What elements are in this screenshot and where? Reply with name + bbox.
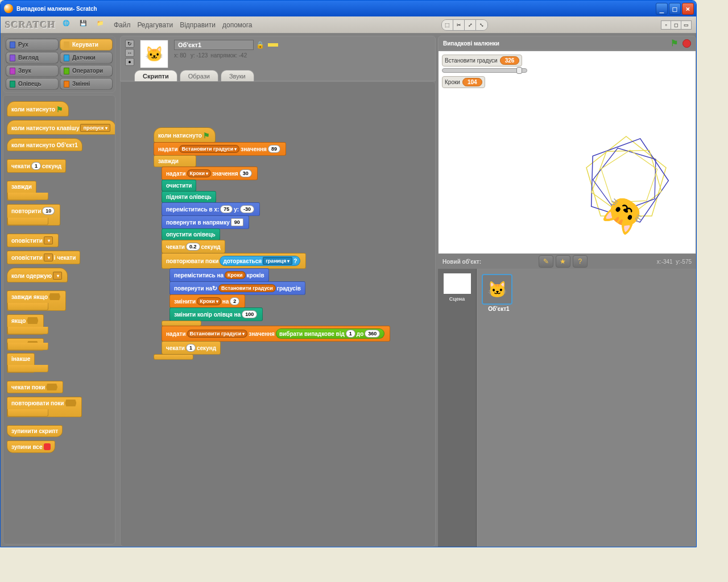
- tab-costumes[interactable]: Образи: [180, 70, 218, 81]
- category-pen[interactable]: Олівець: [6, 78, 59, 90]
- sprite-name-input[interactable]: [174, 40, 254, 50]
- toolbar: SCRATCH 🌐 💾 📁 Файл Редагувати Відправити…: [1, 16, 696, 34]
- block-wait-until[interactable]: чекати поки: [7, 381, 63, 393]
- lock-icon[interactable]: 🔒: [256, 41, 264, 49]
- sprite-list-item[interactable]: 🐱 Об'єкт1: [482, 274, 516, 312]
- category-sound[interactable]: Звук: [6, 65, 59, 77]
- category-operators[interactable]: Оператори: [60, 65, 113, 77]
- script-wait-1[interactable]: чекати1секунд: [162, 341, 221, 355]
- block-wait[interactable]: чекати1секунд: [7, 159, 66, 173]
- script-change-pen[interactable]: змінити колір олівця на100: [169, 307, 263, 321]
- script-move[interactable]: переміститись наКрокикроків: [169, 268, 269, 282]
- script-clear[interactable]: очистити: [162, 180, 196, 192]
- project-title: Випадкові малюнки: [443, 40, 499, 47]
- variable-slider-degrees[interactable]: [442, 68, 527, 73]
- script-when-flag[interactable]: коли натиснуто⚑: [154, 127, 216, 143]
- rotate-free-icon[interactable]: ↻: [125, 40, 134, 48]
- stage-thumbnail[interactable]: Сцена: [438, 269, 477, 547]
- maximize-button[interactable]: □: [669, 3, 681, 15]
- block-broadcast-wait[interactable]: оповістити і чекати: [7, 251, 80, 264]
- surprise-sprite-icon[interactable]: ?: [573, 255, 588, 268]
- script-set-steps[interactable]: надатиКрокизначення30: [162, 167, 258, 180]
- titlebar[interactable]: Випадкові малюнки- Scratch _ □ ×: [1, 1, 696, 16]
- block-if-else[interactable]: якщо: [7, 338, 44, 351]
- category-motion[interactable]: Рух: [6, 39, 59, 51]
- category-control[interactable]: Керувати: [60, 39, 113, 51]
- menu-share[interactable]: Відправити: [180, 21, 216, 29]
- window-title: Випадкові малюнки- Scratch: [16, 6, 97, 12]
- sprite-header: ↻ ↔ ● 🐱 🔒 x: 80 у: -123 напрямок: -42: [120, 36, 436, 81]
- save-icon[interactable]: 💾: [80, 20, 90, 30]
- script-penup[interactable]: підняти олівець: [162, 191, 216, 203]
- category-sensing[interactable]: Датчики: [60, 52, 113, 64]
- block-when-flag[interactable]: коли натиснуто⚑: [7, 101, 69, 117]
- sprite-position-info: x: 80 у: -123 напрямок: -42: [174, 52, 278, 59]
- script-turn[interactable]: повернути на↻Встановити градусиградусів: [169, 281, 305, 295]
- block-when-receive[interactable]: коли одержую: [7, 268, 68, 282]
- block-if[interactable]: якщо: [7, 314, 44, 335]
- script-goto[interactable]: переміститись в x:75у:-30: [162, 202, 260, 216]
- app-window: Випадкові малюнки- Scratch _ □ × SCRATCH…: [0, 0, 697, 547]
- sprite-thumbnail[interactable]: 🐱: [140, 40, 168, 68]
- view-mode-buttons: ▫ ◻ ▭: [661, 20, 692, 30]
- block-repeat[interactable]: повторити10: [7, 204, 60, 226]
- tool-buttons: ⬚ ✂ ⤢ ⤡: [441, 19, 488, 31]
- menu-help[interactable]: допомога: [222, 21, 253, 29]
- variable-monitor-steps[interactable]: Кроки104: [442, 76, 485, 88]
- shrink-icon[interactable]: ⤡: [476, 20, 487, 30]
- block-stop-script[interactable]: зупинити скрипт: [7, 425, 63, 437]
- cut-icon[interactable]: ✂: [453, 20, 465, 30]
- variable-monitor-degrees[interactable]: Встановити градуси326: [442, 55, 522, 66]
- block-when-key[interactable]: коли натиснуто клавішупропуск: [7, 120, 115, 135]
- script-area[interactable]: коли натиснуто⚑ надатиВстановити градуси…: [120, 81, 436, 547]
- menu-edit[interactable]: Редагувати: [137, 21, 173, 29]
- choose-sprite-icon[interactable]: ★: [556, 255, 570, 268]
- close-button[interactable]: ×: [682, 3, 694, 15]
- script-point[interactable]: повернути в напрямку90: [162, 215, 249, 229]
- script-forever-end[interactable]: [154, 354, 193, 360]
- stage-header: Випадкові малюнки ⚑: [438, 36, 696, 51]
- category-variables[interactable]: Змінні: [60, 78, 113, 90]
- script-set-degrees[interactable]: надатиВстановити градусизначення89: [154, 142, 286, 156]
- view-present-icon[interactable]: ▭: [681, 20, 692, 30]
- app-icon: [4, 4, 13, 13]
- green-flag-button[interactable]: ⚑: [671, 38, 678, 48]
- category-selector: Рух Керувати Вигляд Датчики Звук Операто…: [3, 36, 115, 93]
- script-forever[interactable]: завжди: [154, 155, 196, 167]
- script-set-random[interactable]: надатиВстановити градусизначення вибрати…: [162, 326, 390, 342]
- drag-indicator: [268, 43, 278, 47]
- block-forever-if[interactable]: завжди якщо: [7, 290, 66, 311]
- minimize-button[interactable]: _: [656, 3, 668, 15]
- tab-scripts[interactable]: Скрипти: [134, 70, 177, 81]
- paint-sprite-icon[interactable]: ✎: [539, 255, 553, 268]
- language-icon[interactable]: 🌐: [63, 20, 73, 30]
- rotate-none-icon[interactable]: ●: [125, 58, 134, 66]
- block-repeat-until[interactable]: повторювати поки: [7, 397, 82, 417]
- view-small-icon[interactable]: ▫: [661, 20, 671, 30]
- logo: SCRATCH: [5, 19, 56, 31]
- block-when-sprite[interactable]: коли натиснуто Об'єкт1: [7, 138, 82, 151]
- script-repeat-until[interactable]: повторювати поки доторкаєтьсяграниця?: [162, 253, 306, 269]
- menu-file[interactable]: Файл: [114, 21, 131, 29]
- stage[interactable]: Встановити градуси326 Кроки104 🐱: [438, 51, 696, 254]
- new-sprite-label: Новий об'єкт:: [442, 259, 481, 265]
- stop-button[interactable]: [682, 39, 691, 48]
- script-pendown[interactable]: опустити олівець: [162, 228, 220, 240]
- tab-sounds[interactable]: Звуки: [221, 70, 254, 81]
- block-else[interactable]: інакше: [7, 353, 35, 373]
- stage-info-bar: Новий об'єкт: ✎ ★ ? x:-341 y:-575: [438, 254, 696, 269]
- block-palette: коли натиснуто⚑ коли натиснуто клавішупр…: [3, 95, 115, 544]
- block-stop-all[interactable]: зупини все: [7, 440, 55, 453]
- open-icon[interactable]: 📁: [97, 20, 107, 30]
- block-forever[interactable]: завжди: [7, 181, 36, 201]
- view-medium-icon[interactable]: ◻: [671, 20, 681, 30]
- block-broadcast[interactable]: оповістити: [7, 234, 59, 247]
- rotate-flip-icon[interactable]: ↔: [125, 49, 134, 57]
- script-wait-02[interactable]: чекати0.2секунд: [162, 240, 225, 253]
- grow-icon[interactable]: ⤢: [465, 20, 476, 30]
- stamp-icon[interactable]: ⬚: [442, 20, 453, 30]
- script-change-steps[interactable]: змінитиКрокина2: [169, 294, 245, 308]
- category-looks[interactable]: Вигляд: [6, 52, 59, 64]
- sprite-list: 🐱 Об'єкт1: [477, 269, 696, 547]
